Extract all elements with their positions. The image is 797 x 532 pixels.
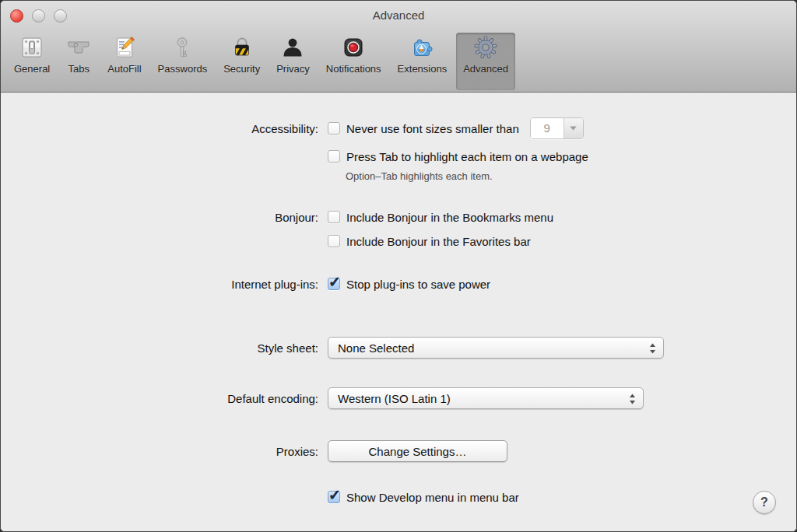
- min-font-size-select[interactable]: 9: [530, 117, 584, 139]
- accessibility-label: Accessibility:: [1, 122, 328, 135]
- encoding-row: Default encoding: Western (ISO Latin 1): [1, 387, 796, 409]
- stop-plugins-text: Stop plug-ins to save power: [346, 278, 490, 291]
- tab-icon: [66, 35, 91, 60]
- encoding-popup[interactable]: Western (ISO Latin 1): [328, 387, 644, 409]
- encoding-label: Default encoding:: [1, 392, 328, 405]
- develop-row: ✓ Show Develop menu in menu bar: [328, 486, 796, 508]
- option-tab-note: Option–Tab highlights each item.: [346, 170, 493, 182]
- toolbar-label: Extensions: [398, 63, 448, 75]
- toolbar-label: AutoFill: [107, 63, 141, 75]
- bonjour-favorites-checkbox[interactable]: ✓: [328, 235, 340, 247]
- toolbar-button-extensions[interactable]: Extensions: [391, 33, 455, 90]
- style-sheet-value: None Selected: [338, 341, 414, 355]
- checkmark-icon: ✓: [328, 486, 341, 504]
- person-icon: [280, 35, 305, 60]
- toolbar-button-general[interactable]: General: [7, 33, 57, 90]
- press-tab-highlight-text: Press Tab to highlight each item on a we…: [346, 150, 588, 163]
- advanced-pane: Accessibility: ✓ Never use font sizes sm…: [1, 93, 796, 531]
- titlebar: Advanced: [1, 1, 796, 30]
- toolbar-label: Security: [223, 63, 260, 75]
- show-develop-menu-text: Show Develop menu in menu bar: [346, 491, 519, 504]
- puzzle-icon: [409, 35, 434, 60]
- padlock-icon: [230, 35, 255, 60]
- toolbar-label: Privacy: [276, 63, 310, 75]
- encoding-value: Western (ISO Latin 1): [338, 392, 451, 405]
- plugins-row: Internet plug-ins: ✓ Stop plug-ins to sa…: [1, 273, 796, 295]
- bonjour-row-2: ✓ Include Bonjour in the Favorites bar: [1, 230, 796, 252]
- updown-arrows-icon: [649, 343, 656, 356]
- style-sheet-popup[interactable]: None Selected: [328, 337, 664, 359]
- bonjour-row-1: Bonjour: ✓ Include Bonjour in the Bookma…: [1, 206, 796, 228]
- record-badge-icon: [341, 35, 366, 60]
- accessibility-row-2: ✓ Press Tab to highlight each item on a …: [1, 145, 796, 167]
- toolbar-label: Notifications: [326, 63, 381, 75]
- bonjour-favorites-text: Include Bonjour in the Favorites bar: [346, 235, 531, 248]
- style-sheet-label: Style sheet:: [1, 341, 328, 355]
- light-switch-icon: [19, 35, 44, 60]
- stop-plugins-checkbox[interactable]: ✓: [328, 278, 340, 290]
- toolbar-button-notifications[interactable]: Notifications: [319, 33, 388, 90]
- toolbar-label: Passwords: [158, 63, 208, 75]
- bonjour-label: Bonjour:: [1, 211, 328, 224]
- toolbar-label: Tabs: [68, 63, 90, 75]
- toolbar-button-advanced[interactable]: Advanced: [456, 33, 515, 90]
- preferences-toolbar: General Tabs: [1, 30, 796, 92]
- bonjour-bookmarks-checkbox[interactable]: ✓: [328, 211, 340, 223]
- toolbar-button-privacy[interactable]: Privacy: [269, 33, 317, 90]
- toolbar-label: General: [14, 63, 50, 75]
- press-tab-highlight-checkbox[interactable]: ✓: [328, 150, 340, 163]
- toolbar-button-tabs[interactable]: Tabs: [59, 33, 98, 90]
- window-header: Advanced General: [1, 1, 796, 93]
- min-font-size-value: 9: [531, 118, 564, 138]
- never-use-small-fonts-text: Never use font sizes smaller than: [346, 122, 519, 135]
- chevron-down-icon: [564, 118, 583, 138]
- style-sheet-row: Style sheet: None Selected: [1, 337, 796, 359]
- bonjour-bookmarks-text: Include Bonjour in the Bookmarks menu: [346, 211, 553, 224]
- toolbar-label: Advanced: [463, 63, 508, 75]
- toolbar-button-passwords[interactable]: Passwords: [151, 33, 215, 90]
- toolbar-button-autofill[interactable]: AutoFill: [100, 33, 148, 90]
- updown-arrows-icon: [629, 394, 636, 407]
- help-button[interactable]: ?: [753, 491, 776, 514]
- plugins-label: Internet plug-ins:: [1, 278, 328, 291]
- change-settings-button[interactable]: Change Settings…: [328, 440, 507, 462]
- never-use-small-fonts-checkbox[interactable]: ✓: [328, 122, 340, 135]
- checkmark-icon: ✓: [328, 273, 341, 291]
- form-pencil-icon: [112, 35, 137, 60]
- show-develop-menu-checkbox[interactable]: ✓: [328, 491, 340, 503]
- safari-preferences-window: Advanced General: [0, 0, 797, 532]
- gear-icon: [473, 35, 498, 60]
- accessibility-row-1: Accessibility: ✓ Never use font sizes sm…: [1, 117, 796, 139]
- proxies-row: Proxies: Change Settings…: [1, 440, 796, 462]
- toolbar-button-security[interactable]: Security: [216, 33, 267, 90]
- window-title: Advanced: [1, 1, 796, 30]
- key-icon: [170, 35, 195, 60]
- proxies-label: Proxies:: [1, 445, 328, 458]
